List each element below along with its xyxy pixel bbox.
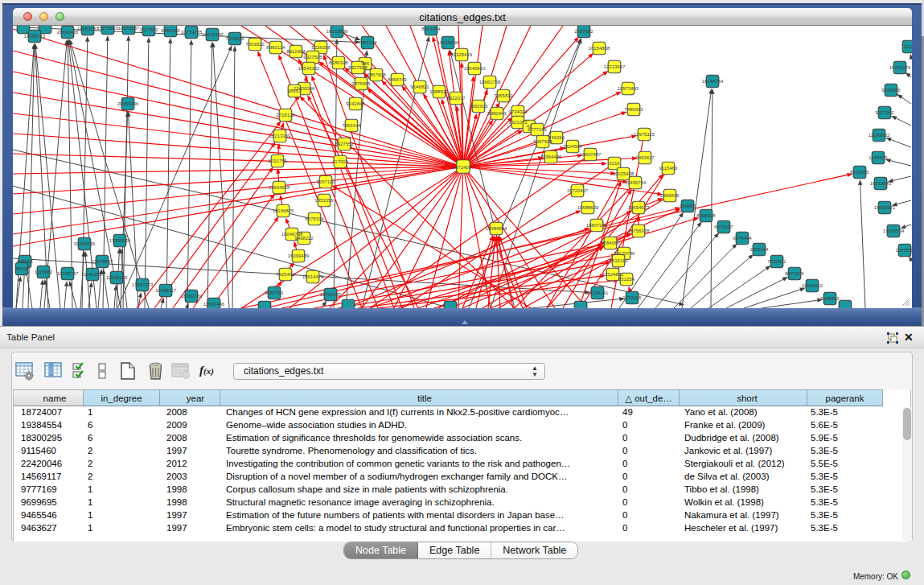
svg-text:2935114: 2935114 (750, 247, 770, 252)
svg-text:11923446: 11923446 (203, 302, 225, 307)
svg-text:20691406: 20691406 (57, 30, 79, 35)
svg-text:1588520: 1588520 (429, 89, 449, 94)
svg-text:1244415: 1244415 (869, 155, 888, 160)
svg-text:10719155: 10719155 (181, 30, 203, 35)
svg-text:8454749: 8454749 (388, 77, 407, 82)
svg-text:9245652: 9245652 (820, 296, 840, 301)
svg-text:8427552: 8427552 (335, 142, 354, 146)
svg-text:16148764: 16148764 (702, 79, 724, 84)
svg-text:8471676: 8471676 (785, 271, 804, 276)
svg-text:1733426: 1733426 (622, 295, 642, 300)
svg-text:13716485: 13716485 (320, 292, 342, 297)
svg-text:18640910: 18640910 (464, 66, 486, 71)
svg-text:12213967: 12213967 (604, 64, 626, 69)
svg-text:16671355: 16671355 (202, 32, 224, 37)
svg-text:6466160: 6466160 (161, 28, 180, 33)
svg-text:16099489: 16099489 (288, 253, 310, 258)
svg-text:1527602: 1527602 (139, 27, 158, 32)
svg-text:3875685: 3875685 (351, 81, 371, 86)
svg-text:1353359: 1353359 (314, 198, 334, 203)
svg-text:16210643: 16210643 (870, 181, 892, 186)
svg-text:7803144: 7803144 (342, 123, 361, 128)
svg-text:17359924: 17359924 (109, 238, 131, 243)
svg-text:13975887: 13975887 (92, 259, 113, 264)
svg-text:6216: 6216 (609, 161, 620, 166)
svg-text:10807487: 10807487 (580, 152, 602, 157)
svg-text:10653287: 10653287 (118, 26, 140, 31)
svg-text:3624554: 3624554 (563, 144, 582, 149)
svg-text:1145193: 1145193 (84, 272, 103, 277)
svg-text:9498222: 9498222 (294, 236, 314, 241)
svg-text:10120746: 10120746 (614, 251, 635, 256)
svg-text:746266: 746266 (548, 135, 565, 140)
svg-text:417004: 417004 (332, 159, 349, 164)
svg-text:16914479: 16914479 (302, 274, 324, 279)
svg-text:9990443: 9990443 (487, 111, 507, 116)
svg-text:10961758: 10961758 (479, 80, 501, 84)
svg-text:9474444: 9474444 (733, 236, 752, 241)
svg-text:12213369: 12213369 (269, 134, 291, 138)
svg-text:9777169: 9777169 (528, 127, 547, 132)
svg-text:6479197: 6479197 (714, 225, 733, 229)
svg-text:15692971: 15692971 (874, 205, 896, 210)
svg-text:16033809: 16033809 (326, 29, 348, 34)
svg-text:17016504: 17016504 (883, 229, 905, 233)
svg-text:15720407: 15720407 (567, 188, 589, 193)
svg-text:9734024: 9734024 (508, 109, 528, 114)
svg-text:9327508: 9327508 (348, 65, 368, 70)
svg-text:18724007: 18724007 (453, 164, 474, 169)
svg-text:10958117: 10958117 (155, 288, 177, 293)
svg-text:20053346: 20053346 (117, 101, 139, 106)
svg-text:9227342: 9227342 (875, 110, 894, 115)
svg-text:13495764: 13495764 (625, 180, 647, 185)
svg-text:9115460: 9115460 (659, 166, 679, 171)
svg-text:19756928: 19756928 (628, 229, 650, 233)
svg-text:1010755: 1010755 (268, 159, 287, 163)
svg-text:7955812: 7955812 (494, 93, 513, 98)
svg-text:2687682: 2687682 (574, 29, 593, 34)
svg-text:8322037: 8322037 (446, 96, 466, 101)
svg-text:9457791: 9457791 (265, 290, 284, 295)
svg-text:11325419: 11325419 (451, 52, 473, 57)
svg-text:164095: 164095 (680, 204, 696, 208)
svg-text:10973493: 10973493 (618, 86, 639, 91)
svg-text:9329966: 9329966 (881, 88, 901, 93)
svg-text:7663822: 7663822 (245, 42, 265, 47)
svg-text:8960124: 8960124 (266, 45, 285, 50)
svg-text:8186328: 8186328 (329, 60, 348, 65)
svg-text:12093822: 12093822 (869, 133, 890, 138)
svg-text:19166825: 19166825 (273, 208, 294, 213)
svg-text:9084067: 9084067 (601, 241, 620, 245)
svg-text:39159: 39159 (15, 266, 29, 271)
svg-text:16782759: 16782759 (181, 294, 203, 299)
svg-text:20364436: 20364436 (540, 154, 562, 159)
svg-text:19384554: 19384554 (486, 226, 507, 231)
svg-text:7485063: 7485063 (624, 107, 643, 112)
svg-text:8938928: 8938928 (696, 213, 716, 218)
svg-text:8578334: 8578334 (305, 216, 324, 221)
svg-text:10654112: 10654112 (802, 283, 823, 288)
svg-text:10025438: 10025438 (613, 171, 634, 176)
svg-text:20206556: 20206556 (74, 241, 96, 246)
svg-text:1167535: 1167535 (896, 248, 912, 253)
svg-text:7515526: 7515526 (225, 36, 244, 41)
svg-text:252254: 252254 (618, 277, 635, 282)
svg-text:2718126: 2718126 (276, 113, 295, 117)
svg-text:10653287: 10653287 (77, 27, 99, 31)
svg-text:8912954: 8912954 (286, 49, 306, 54)
svg-text:1362615: 1362615 (469, 104, 488, 109)
svg-text:16543362: 16543362 (298, 66, 320, 71)
svg-text:8215955: 8215955 (850, 170, 869, 175)
svg-text:1115682: 1115682 (35, 270, 53, 274)
svg-text:98961: 98961 (288, 89, 302, 93)
svg-text:9327505: 9327505 (303, 55, 322, 60)
svg-text:14055713: 14055713 (24, 34, 46, 39)
svg-text:7857224: 7857224 (358, 40, 377, 45)
svg-text:9463627: 9463627 (635, 155, 655, 160)
svg-text:12342757: 12342757 (57, 271, 79, 276)
svg-text:17957273: 17957273 (132, 282, 154, 287)
svg-text:1615112: 1615112 (610, 258, 629, 263)
svg-text:15751074: 15751074 (889, 65, 911, 70)
svg-text:1112: 1112 (904, 44, 912, 49)
svg-text:7632621: 7632621 (767, 259, 786, 264)
